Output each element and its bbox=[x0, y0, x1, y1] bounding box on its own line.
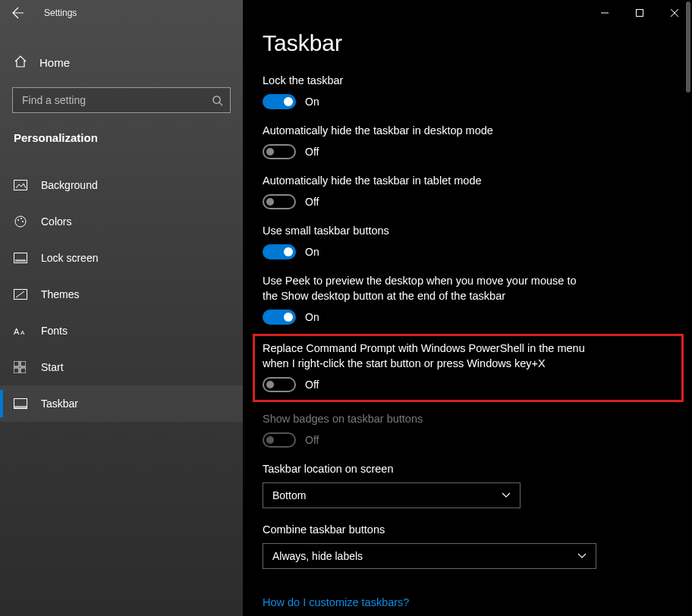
fonts-icon: AA bbox=[14, 325, 30, 336]
setting-label: Lock the taskbar bbox=[263, 73, 589, 88]
svg-rect-16 bbox=[14, 406, 27, 409]
minimize-icon bbox=[601, 9, 609, 17]
home-nav[interactable]: Home bbox=[0, 46, 243, 80]
nav-item-colors[interactable]: Colors bbox=[0, 203, 243, 240]
svg-rect-13 bbox=[14, 368, 19, 373]
picture-icon bbox=[14, 180, 30, 190]
nav-item-taskbar[interactable]: Taskbar bbox=[0, 385, 243, 422]
setting-label: Show badges on taskbar buttons bbox=[263, 411, 589, 426]
toggle-state: Off bbox=[305, 434, 319, 446]
toggle-state: Off bbox=[305, 196, 319, 208]
help-link[interactable]: How do I customize taskbars? bbox=[263, 596, 409, 608]
chevron-down-icon bbox=[502, 492, 511, 498]
setting-label: Automatically hide the taskbar in deskto… bbox=[263, 123, 589, 138]
nav-item-start[interactable]: Start bbox=[0, 349, 243, 385]
minimize-button[interactable] bbox=[587, 0, 622, 26]
toggle-small-buttons[interactable] bbox=[263, 244, 296, 259]
content: Taskbar Lock the taskbar On Automaticall… bbox=[243, 0, 692, 616]
toggle-state: Off bbox=[305, 379, 319, 391]
svg-point-5 bbox=[22, 221, 24, 222]
toggle-state: On bbox=[305, 96, 319, 108]
nav-item-label: Fonts bbox=[41, 325, 68, 337]
nav-item-fonts[interactable]: AA Fonts bbox=[0, 313, 243, 349]
titlebar: Settings bbox=[0, 0, 243, 26]
taskbar-icon bbox=[14, 398, 30, 409]
toggle-badges bbox=[263, 432, 296, 448]
setting-label: Combine taskbar buttons bbox=[263, 522, 589, 537]
search-icon bbox=[204, 95, 230, 106]
nav-item-label: Taskbar bbox=[41, 398, 78, 410]
setting-autohide-desktop: Automatically hide the taskbar in deskto… bbox=[263, 123, 674, 159]
nav-list: Background Colors Lock screen Themes AA … bbox=[0, 167, 243, 422]
svg-rect-17 bbox=[637, 10, 643, 17]
setting-label: Taskbar location on screen bbox=[263, 461, 589, 476]
setting-label: Use small taskbar buttons bbox=[263, 223, 589, 238]
svg-rect-14 bbox=[20, 368, 26, 373]
nav-item-label: Background bbox=[41, 179, 98, 191]
svg-point-3 bbox=[17, 219, 19, 221]
setting-label: Automatically hide the taskbar in tablet… bbox=[263, 173, 589, 188]
nav-item-label: Themes bbox=[41, 288, 80, 300]
page-title: Taskbar bbox=[263, 30, 674, 56]
toggle-peek[interactable] bbox=[263, 310, 296, 325]
setting-lock-taskbar: Lock the taskbar On bbox=[263, 73, 674, 109]
svg-point-2 bbox=[15, 216, 26, 227]
nav-item-themes[interactable]: Themes bbox=[0, 276, 243, 313]
search-container bbox=[12, 87, 231, 113]
maximize-button[interactable] bbox=[622, 0, 657, 26]
setting-location: Taskbar location on screen Bottom bbox=[263, 461, 674, 508]
svg-rect-12 bbox=[20, 361, 26, 366]
dropdown-value: Bottom bbox=[272, 489, 306, 501]
svg-text:A: A bbox=[20, 329, 25, 336]
setting-autohide-tablet: Automatically hide the taskbar in tablet… bbox=[263, 173, 674, 209]
toggle-powershell[interactable] bbox=[263, 377, 296, 392]
toggle-state: On bbox=[305, 246, 319, 258]
setting-label: Use Peek to preview the desktop when you… bbox=[263, 273, 589, 303]
toggle-autohide-desktop[interactable] bbox=[263, 144, 296, 159]
toggle-autohide-tablet[interactable] bbox=[263, 194, 296, 209]
start-icon bbox=[14, 361, 30, 373]
dropdown-value: Always, hide labels bbox=[272, 550, 363, 562]
nav-item-label: Lock screen bbox=[41, 252, 98, 264]
scrollbar[interactable] bbox=[686, 2, 690, 93]
close-icon bbox=[671, 9, 678, 17]
setting-combine: Combine taskbar buttons Always, hide lab… bbox=[263, 522, 674, 569]
section-header: Personalization bbox=[0, 113, 243, 155]
svg-point-4 bbox=[20, 218, 22, 219]
toggle-state: Off bbox=[305, 146, 319, 158]
home-icon bbox=[14, 55, 29, 71]
nav-item-label: Colors bbox=[41, 215, 71, 228]
palette-icon bbox=[14, 215, 30, 228]
svg-rect-7 bbox=[15, 259, 26, 262]
home-label: Home bbox=[39, 56, 70, 69]
sidebar: Settings Home Personalization Background… bbox=[0, 0, 243, 616]
window-title: Settings bbox=[44, 8, 77, 18]
setting-powershell: Replace Command Prompt with Windows Powe… bbox=[263, 341, 674, 392]
nav-item-label: Start bbox=[41, 361, 64, 373]
window-controls bbox=[587, 0, 692, 26]
arrow-left-icon bbox=[12, 7, 24, 19]
dropdown-location[interactable]: Bottom bbox=[263, 482, 521, 508]
toggle-lock-taskbar[interactable] bbox=[263, 94, 296, 109]
svg-rect-11 bbox=[14, 361, 19, 366]
setting-label: Replace Command Prompt with Windows Powe… bbox=[263, 341, 589, 371]
dropdown-combine[interactable]: Always, hide labels bbox=[263, 543, 596, 569]
search-box[interactable] bbox=[12, 87, 231, 113]
main-panel: Taskbar Lock the taskbar On Automaticall… bbox=[243, 0, 692, 616]
highlight-box: Replace Command Prompt with Windows Powe… bbox=[253, 334, 684, 402]
svg-rect-1 bbox=[14, 181, 27, 190]
nav-item-lockscreen[interactable]: Lock screen bbox=[0, 240, 243, 276]
svg-point-0 bbox=[212, 96, 219, 102]
maximize-icon bbox=[636, 9, 643, 17]
themes-icon bbox=[14, 289, 30, 300]
search-input[interactable] bbox=[13, 94, 204, 106]
toggle-state: On bbox=[305, 311, 319, 323]
svg-text:A: A bbox=[14, 327, 20, 336]
lockscreen-icon bbox=[14, 253, 30, 263]
setting-badges: Show badges on taskbar buttons Off bbox=[263, 411, 674, 448]
setting-small-buttons: Use small taskbar buttons On bbox=[263, 223, 674, 259]
chevron-down-icon bbox=[577, 553, 587, 559]
back-button[interactable] bbox=[0, 0, 36, 26]
setting-peek: Use Peek to preview the desktop when you… bbox=[263, 273, 674, 325]
nav-item-background[interactable]: Background bbox=[0, 167, 243, 203]
